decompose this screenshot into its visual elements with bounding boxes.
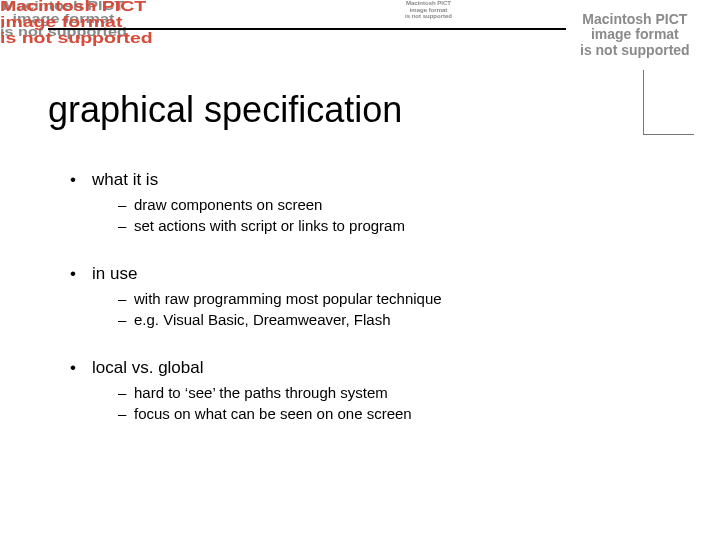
title-divider: [48, 28, 566, 30]
bullet-3: •local vs. global: [70, 358, 660, 378]
bullet-1-sub-2: set actions with script or links to prog…: [134, 217, 405, 234]
pict-error-ghost-3: Macintosh PICT image format is not suppo…: [580, 12, 690, 58]
bullet-2-sublist: –with raw programming most popular techn…: [118, 288, 660, 330]
dash-icon: –: [118, 288, 134, 309]
bullet-1-sublist: –draw components on screen –set actions …: [118, 194, 660, 236]
dash-icon: –: [118, 309, 134, 330]
bullet-2: •in use: [70, 264, 660, 284]
pict-error-ghost-2: Macintosh PICT image format is not suppo…: [405, 0, 452, 20]
bullet-dot-icon: •: [70, 264, 92, 284]
bullet-2-sub-2: e.g. Visual Basic, Dreamweaver, Flash: [134, 311, 391, 328]
bullet-3-label: local vs. global: [92, 358, 204, 377]
bullet-2-label: in use: [92, 264, 137, 283]
dash-icon: –: [118, 215, 134, 236]
bullet-3-sub-1: hard to ‘see’ the paths through system: [134, 384, 388, 401]
decorative-box: [643, 70, 694, 135]
dash-icon: –: [118, 382, 134, 403]
bullet-1: •what it is: [70, 170, 660, 190]
bullet-dot-icon: •: [70, 358, 92, 378]
bullet-3-sub-2: focus on what can be seen on one screen: [134, 405, 412, 422]
slide-title: graphical specification: [48, 92, 402, 128]
bullet-1-label: what it is: [92, 170, 158, 189]
bullet-1-sub-1: draw components on screen: [134, 196, 322, 213]
dash-icon: –: [118, 194, 134, 215]
dash-icon: –: [118, 403, 134, 424]
bullet-3-sublist: –hard to ‘see’ the paths through system …: [118, 382, 660, 424]
bullet-dot-icon: •: [70, 170, 92, 190]
bullet-2-sub-1: with raw programming most popular techni…: [134, 290, 442, 307]
slide-body: •what it is –draw components on screen –…: [70, 170, 660, 424]
pict-error-red: Macintosh PICT image format is not suppo…: [0, 0, 153, 45]
